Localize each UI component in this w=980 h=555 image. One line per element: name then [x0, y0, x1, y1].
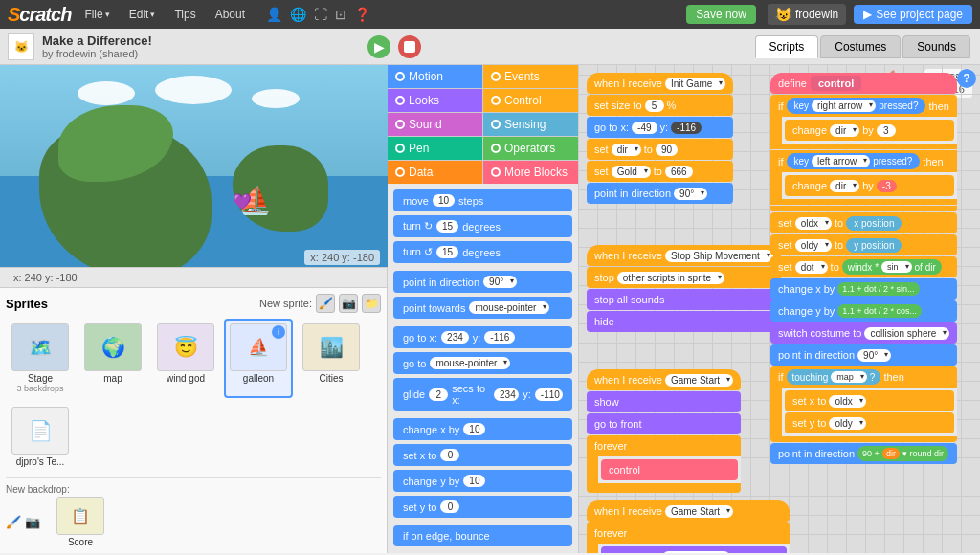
block-stop-all-sounds[interactable]: stop all sounds	[587, 289, 781, 310]
save-now-button[interactable]: Save now	[686, 5, 756, 24]
green-flag-button[interactable]: ▶	[368, 35, 390, 58]
block-set-dir[interactable]: set dir to 90	[587, 139, 733, 160]
script-define-control: define control if key right arrow presse…	[770, 73, 957, 464]
upload-sprite-button[interactable]: 📁	[362, 294, 381, 313]
block-go-to[interactable]: go to mouse-pointer	[393, 352, 572, 374]
block-set-x[interactable]: set x to 0	[393, 444, 572, 466]
category-more-blocks[interactable]: More Blocks	[483, 161, 578, 184]
photo-backdrop-button[interactable]: 📷	[25, 515, 40, 529]
sprites-panel: Sprites New sprite: 🖌️ 📷 📁 🗺️ Stage 3 ba…	[0, 288, 387, 553]
block-go-to-xy[interactable]: go to x: 234 y: -116	[393, 326, 572, 348]
block-point-dir-90[interactable]: point in direction 90°	[587, 183, 733, 204]
block-set-x-oldx[interactable]: set x to oldx	[785, 390, 954, 411]
sprite-item-cities[interactable]: 🏙️ Cities	[297, 319, 366, 398]
events-dot	[491, 72, 501, 81]
block-hide[interactable]: hide	[587, 311, 781, 332]
block-switch-costume[interactable]: switch costume to collision sphere	[770, 322, 957, 344]
category-pen[interactable]: Pen	[388, 137, 482, 160]
pen-dot	[395, 144, 405, 153]
if-key-left-block[interactable]: if key left arrow pressed? then change d…	[770, 150, 957, 205]
shrink-icon[interactable]: ⊡	[335, 7, 346, 22]
block-glide[interactable]: glide 2 secs to x: 234 y: -110	[393, 378, 572, 411]
block-show[interactable]: show	[587, 391, 741, 412]
block-point-direction[interactable]: point in direction 90°	[393, 271, 572, 293]
block-control-call[interactable]: control	[601, 459, 738, 480]
block-move-steps[interactable]: move 10 steps	[393, 189, 572, 211]
category-looks[interactable]: Looks	[388, 89, 482, 112]
tab-sounds[interactable]: Sounds	[902, 35, 970, 58]
block-set-oldy[interactable]: set oldy to y position	[770, 234, 957, 255]
category-events[interactable]: Events	[483, 65, 578, 88]
sprite-item-map[interactable]: 🌍 map	[78, 319, 147, 398]
if-touching-map-block[interactable]: if touching map ? then set x to oldx set…	[770, 366, 957, 442]
new-sprite-label: New sprite:	[259, 298, 312, 309]
photo-sprite-button[interactable]: 📷	[339, 294, 358, 313]
tips-menu[interactable]: Tips	[168, 8, 201, 21]
block-stop-other-scripts[interactable]: stop other scripts in sprite	[587, 267, 781, 288]
backdrop-item-score[interactable]: 📋 Score	[52, 497, 109, 547]
category-control[interactable]: Control	[483, 89, 578, 112]
block-point-towards[interactable]: point towards mouse-pointer	[393, 297, 572, 319]
block-set-y[interactable]: set y to 0	[393, 496, 572, 518]
block-point-dir-90-2[interactable]: point in direction 90°	[770, 344, 957, 366]
block-define-control[interactable]: define control	[770, 73, 957, 94]
forever-block-1[interactable]: forever control	[587, 435, 741, 493]
block-change-x-formula[interactable]: change x by 1.1 + dot / 2 * sin...	[770, 278, 957, 300]
category-sound[interactable]: Sound	[388, 113, 482, 136]
block-point-dir-formula[interactable]: point in direction 90 + dir ▾ round dir	[770, 443, 957, 464]
user-account[interactable]: 😺 frodewin	[768, 4, 846, 25]
tab-scripts[interactable]: Scripts	[755, 35, 819, 58]
block-go-to-xy-init[interactable]: go to x: -49 y: -116	[587, 117, 733, 138]
block-turn-cw[interactable]: turn ↻ 15 degrees	[393, 215, 572, 237]
sprite-item-djpro[interactable]: 📄 djpro's Te...	[6, 402, 75, 472]
globe-icon[interactable]: 🌐	[290, 7, 306, 22]
block-change-dir-3[interactable]: change dir by 3	[785, 120, 954, 141]
scripts-canvas[interactable]: when I receive Init Game set size to 5 %…	[579, 65, 980, 553]
hat-when-receive-game-start[interactable]: when I receive Game Start	[587, 369, 741, 390]
scratch-logo: Scratch	[8, 4, 71, 26]
file-menu[interactable]: File ▾	[78, 8, 115, 21]
block-play-sound-until-done[interactable]: play sound sailing.mp3 until done	[601, 546, 787, 553]
block-change-x[interactable]: change x by 10	[393, 418, 572, 440]
script-init-game: when I receive Init Game set size to 5 %…	[587, 73, 733, 204]
help-icon[interactable]: ❓	[354, 7, 370, 22]
block-set-gold[interactable]: set Gold to 666	[587, 161, 733, 182]
block-set-dot[interactable]: set dot to windx * sin of dir	[770, 256, 957, 278]
project-info: Make a Difference! by frodewin (shared)	[42, 33, 360, 59]
forever-block-2[interactable]: forever play sound sailing.mp3 until don…	[587, 522, 790, 553]
paint-sprite-button[interactable]: 🖌️	[316, 294, 335, 313]
category-data[interactable]: Data	[388, 161, 482, 184]
block-change-y-formula[interactable]: change y by 1.1 + dot / 2 * cos...	[770, 300, 957, 322]
block-set-y-oldy[interactable]: set y to oldy	[785, 412, 954, 433]
category-sensing[interactable]: Sensing	[483, 113, 578, 136]
hat-when-receive-stop[interactable]: when I receive Stop Ship Movement	[587, 245, 781, 266]
block-turn-ccw[interactable]: turn ↺ 15 degrees	[393, 241, 572, 263]
hat-when-receive-init[interactable]: when I receive Init Game	[587, 73, 733, 94]
block-set-oldx[interactable]: set oldx to x position	[770, 212, 957, 233]
hat-when-receive-game-start-2[interactable]: when I receive Game Start	[587, 500, 790, 522]
sprite-item-galleon[interactable]: ⛵ i galleon	[224, 319, 293, 398]
sprite-item-wind-god[interactable]: 😇 wind god	[151, 319, 220, 398]
user-icon[interactable]: 👤	[266, 7, 282, 22]
blocks-list: move 10 steps turn ↻ 15 degrees turn ↺ 1…	[388, 184, 578, 553]
block-set-size[interactable]: set size to 5 %	[587, 95, 733, 116]
topbar: Scratch File ▾ Edit ▾ Tips About 👤 🌐 ⛶ ⊡…	[0, 0, 980, 29]
scripts-panel: x: 235y: -116 ⛵ when I receive Init Game…	[579, 65, 980, 553]
help-question-button[interactable]: ?	[957, 69, 976, 88]
stop-button[interactable]	[398, 35, 421, 58]
fullscreen-icon[interactable]: ⛶	[314, 7, 327, 22]
block-change-y[interactable]: change y by 10	[393, 470, 572, 492]
block-go-to-front[interactable]: go to front	[587, 413, 741, 434]
see-project-button[interactable]: ▶ See project page	[854, 5, 972, 24]
about-menu[interactable]: About	[210, 8, 251, 21]
sprite-item-stage[interactable]: 🗺️ Stage 3 backdrops	[6, 319, 75, 398]
block-if-on-edge-bounce[interactable]: if on edge, bounce	[393, 525, 572, 546]
block-change-dir-neg3[interactable]: change dir by -3	[785, 175, 954, 196]
paint-backdrop-button[interactable]: 🖌️	[6, 515, 21, 529]
category-motion[interactable]: Motion	[388, 65, 482, 88]
if-key-right-block[interactable]: if key right arrow pressed? then change …	[770, 95, 957, 149]
edit-menu[interactable]: Edit ▾	[123, 8, 162, 21]
sensing-dot	[491, 120, 501, 129]
category-operators[interactable]: Operators	[483, 137, 578, 160]
tab-costumes[interactable]: Costumes	[820, 35, 901, 58]
